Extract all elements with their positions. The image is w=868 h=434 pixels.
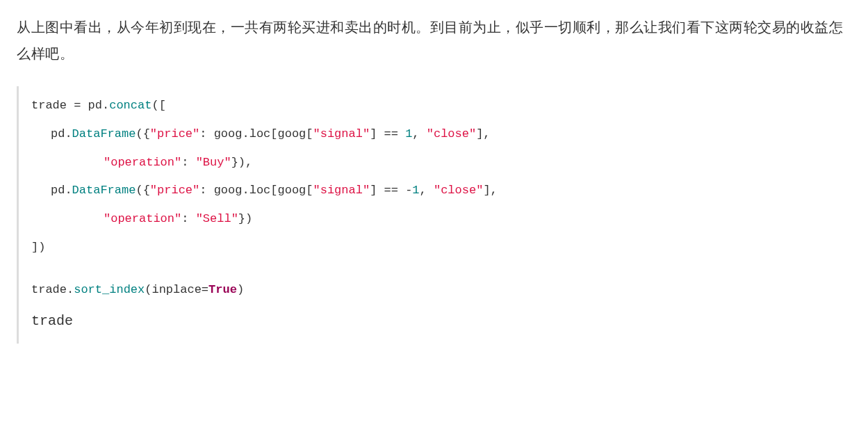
code-token: DataFrame (72, 127, 136, 140)
code-line-3: "operation": "Buy"}), (31, 149, 851, 177)
code-token: ([ (152, 99, 165, 112)
code-token: ) (237, 283, 244, 296)
code-token: : (181, 212, 195, 225)
code-token: "operation" (104, 212, 181, 225)
code-token: ({ (136, 127, 149, 140)
code-token: ]) (31, 241, 45, 254)
code-line-4: pd.DataFrame({"price": goog.loc[goog["si… (31, 177, 851, 205)
code-line-7: trade.sort_index(inplace=True) (31, 276, 851, 305)
code-line-8: trade (31, 305, 851, 338)
code-token: "Buy" (196, 156, 231, 169)
code-blank-line (31, 262, 851, 276)
code-token: pd. (51, 184, 72, 197)
code-token: trade = pd. (31, 99, 109, 112)
code-token: }), (231, 156, 253, 169)
code-token: True (208, 283, 237, 296)
code-token: }) (238, 212, 252, 225)
code-token: "price" (150, 127, 199, 140)
code-line-6: ]) (31, 234, 851, 262)
code-token: "close" (434, 184, 483, 197)
code-token: DataFrame (72, 184, 136, 197)
code-token: "price" (150, 184, 199, 197)
code-token: ] == - (370, 184, 412, 197)
code-token: "Sell" (196, 212, 238, 225)
code-token: : (181, 156, 195, 169)
code-token: trade (31, 313, 73, 329)
code-block: trade = pd.concat([ pd.DataFrame({"price… (17, 86, 851, 344)
code-token: ], (476, 127, 490, 140)
code-token: 1 (412, 184, 419, 197)
code-token: : goog.loc[goog[ (199, 127, 313, 140)
code-line-1: trade = pd.concat([ (31, 92, 851, 120)
code-token: "operation" (104, 156, 181, 169)
code-token: ] == (370, 127, 405, 140)
code-token: trade. (31, 283, 74, 296)
code-line-2: pd.DataFrame({"price": goog.loc[goog["si… (31, 120, 851, 149)
code-token: concat (109, 99, 152, 112)
code-token: pd. (51, 127, 72, 140)
code-token: (inplace= (145, 283, 208, 296)
code-token: , (420, 184, 434, 197)
code-token: ({ (136, 184, 149, 197)
code-token: "signal" (313, 127, 370, 140)
code-token: : goog.loc[goog[ (199, 184, 313, 197)
paragraph-intro: 从上图中看出，从今年初到现在，一共有两轮买进和卖出的时机。到目前为止，似乎一切顺… (17, 14, 851, 67)
code-token: sort_index (74, 283, 145, 296)
code-line-5: "operation": "Sell"}) (31, 205, 851, 234)
code-token: "signal" (313, 184, 370, 197)
code-token: ], (483, 184, 497, 197)
code-token: 1 (405, 127, 412, 140)
code-token: , (412, 127, 426, 140)
code-token: "close" (427, 127, 476, 140)
